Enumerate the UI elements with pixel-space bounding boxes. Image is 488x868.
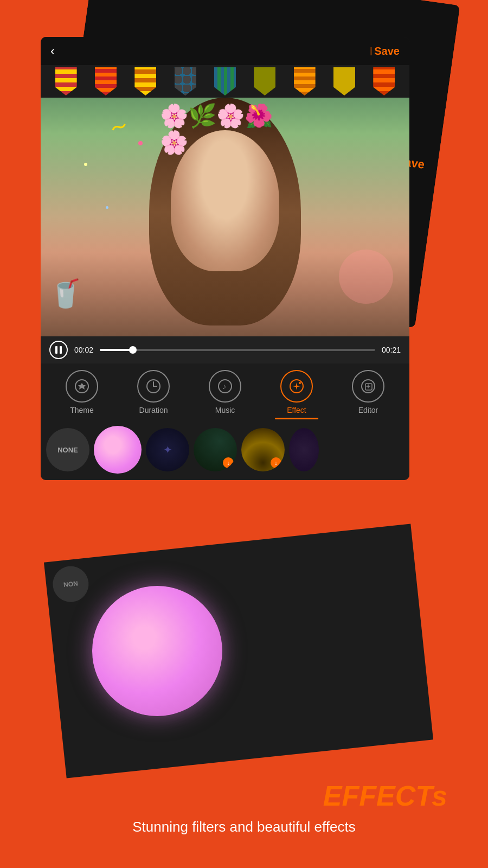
main-app-card: ‹ | Save 🌸🌿🌸🌺🌸 〜 � — [41, 37, 409, 480]
progress-thumb[interactable] — [129, 346, 137, 354]
underline-effect — [275, 418, 318, 419]
progress-track[interactable] — [100, 349, 375, 351]
save-button[interactable]: Save — [374, 45, 400, 58]
svg-text:♪: ♪ — [222, 382, 226, 391]
flower-crown: 🌸🌿🌸🌺🌸 — [160, 103, 290, 156]
toolbar-item-duration[interactable]: Duration — [132, 370, 175, 414]
progress-bar-area: 00:02 00:21 — [41, 336, 409, 363]
toolbar-item-effect[interactable]: Effect — [275, 370, 318, 414]
bunting-flag — [95, 67, 117, 95]
bunting-flag — [175, 67, 196, 95]
editor-icon-circle — [352, 370, 384, 403]
effect-label: Effect — [287, 406, 306, 414]
theme-icon-circle — [66, 370, 98, 403]
video-preview: 🌸🌿🌸🌺🌸 〜 🥤 — [41, 98, 409, 336]
time-current: 00:02 — [74, 346, 93, 354]
confetti-dot — [84, 163, 87, 166]
toolbar-item-music[interactable]: ♪ Music — [203, 370, 247, 414]
svg-point-8 — [299, 382, 301, 384]
underline-editor — [346, 418, 390, 419]
music-label: Music — [215, 406, 235, 414]
time-total: 00:21 — [382, 346, 401, 354]
effect-none[interactable]: NONE — [46, 428, 89, 471]
save-separator: | — [370, 46, 372, 56]
stars-icon: ✦ — [163, 443, 172, 456]
toolbar: Theme Duration ♪ Music — [41, 363, 409, 418]
effect-gold-lights[interactable]: ↓ — [241, 428, 285, 471]
bunting-flag — [55, 67, 77, 95]
toolbar-item-theme[interactable]: Theme — [60, 370, 104, 414]
underline-duration — [132, 418, 175, 419]
svg-rect-10 — [365, 384, 372, 390]
back-button[interactable]: ‹ — [50, 44, 55, 58]
effect-partial[interactable] — [289, 428, 319, 471]
effects-row: NONE ✦ ↓ ↓ — [41, 419, 409, 480]
bunting-flag — [333, 67, 355, 95]
bunting-flag — [254, 67, 275, 95]
toolbar-item-editor[interactable]: Editor — [346, 370, 390, 414]
effects-title: EFFECTs — [41, 782, 447, 810]
music-icon-circle: ♪ — [209, 370, 241, 403]
svg-marker-1 — [78, 383, 86, 390]
bunting-flag — [134, 67, 156, 95]
underline-music — [203, 418, 247, 419]
effect-icon-circle — [280, 370, 313, 403]
download-badge-gold: ↓ — [271, 457, 281, 468]
confetti-dot — [138, 141, 143, 145]
bottom-text-area: EFFECTs Stunning filters and beautiful e… — [41, 782, 447, 835]
bunting-flag — [373, 67, 395, 95]
theme-label: Theme — [70, 406, 94, 414]
bunting-flag — [214, 67, 236, 95]
pause-icon — [55, 346, 62, 354]
effect-green[interactable]: ↓ — [194, 428, 237, 471]
duration-label: Duration — [139, 406, 168, 414]
effect-pink-bokeh[interactable] — [94, 426, 142, 474]
effects-subtitle: Stunning filters and beautiful effects — [41, 819, 447, 835]
deco-drink: 🥤 — [49, 278, 82, 309]
pause-button[interactable] — [49, 341, 68, 359]
bunting-flag — [294, 67, 316, 95]
effect-dark-stars[interactable]: ✦ — [146, 428, 189, 471]
editor-label: Editor — [358, 406, 378, 414]
tab-underline-row — [41, 418, 409, 419]
top-bar: ‹ | Save — [41, 37, 409, 65]
selected-effect-preview — [92, 586, 222, 716]
duration-icon-circle — [137, 370, 170, 403]
bunting-strip — [41, 65, 409, 98]
effect-none-label: NONE — [57, 446, 78, 454]
progress-fill — [100, 349, 133, 351]
underline-theme — [60, 418, 104, 419]
download-badge: ↓ — [223, 457, 234, 468]
confetti-dot — [106, 206, 108, 209]
